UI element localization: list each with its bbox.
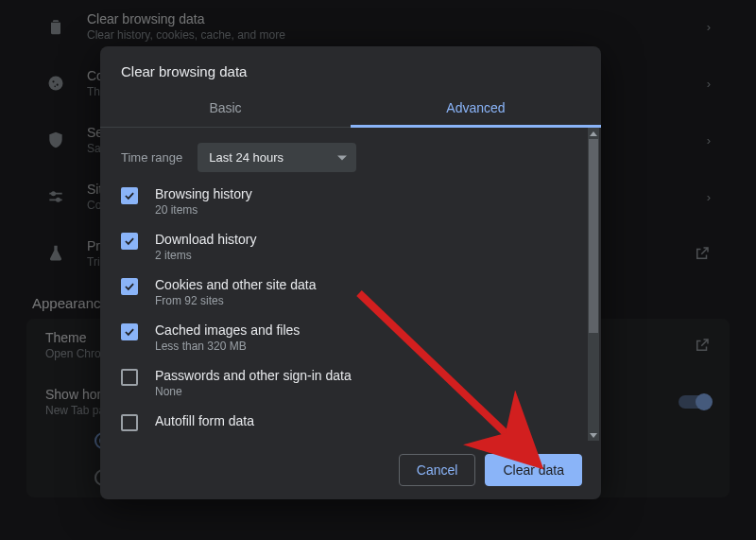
option-row[interactable]: Cookies and other site dataFrom 92 sites xyxy=(121,270,586,315)
checkbox[interactable] xyxy=(121,369,138,386)
option-row[interactable]: Passwords and other sign-in dataNone xyxy=(121,360,586,406)
option-label: Cookies and other site data xyxy=(155,277,316,292)
time-range-value: Last 24 hours xyxy=(209,150,284,165)
option-row[interactable]: Cached images and filesLess than 320 MB xyxy=(121,315,586,360)
option-sub: 2 items xyxy=(155,249,256,262)
tab-basic[interactable]: Basic xyxy=(100,91,351,128)
checkbox[interactable] xyxy=(121,323,138,340)
option-row[interactable]: Browsing history20 items xyxy=(121,179,586,224)
scroll-up-icon[interactable] xyxy=(588,128,599,139)
options-scroll: Browsing history20 itemsDownload history… xyxy=(121,179,586,441)
option-label: Autofill form data xyxy=(155,413,254,428)
chevron-down-icon xyxy=(337,155,347,160)
dialog-footer: Cancel Clear data xyxy=(100,441,601,499)
option-sub: None xyxy=(155,385,352,398)
time-range-label: Time range xyxy=(121,150,182,165)
checkbox[interactable] xyxy=(121,233,138,250)
clear-data-button[interactable]: Clear data xyxy=(485,454,582,486)
clear-browsing-data-dialog: Clear browsing data Basic Advanced Time … xyxy=(100,46,601,499)
cancel-button[interactable]: Cancel xyxy=(399,454,476,486)
option-row[interactable]: Autofill form data xyxy=(121,406,586,439)
dialog-tabs: Basic Advanced xyxy=(100,91,601,128)
option-label: Download history xyxy=(155,232,256,247)
scrollbar-thumb[interactable] xyxy=(589,139,598,333)
scrollbar[interactable] xyxy=(588,128,599,441)
option-sub: Less than 320 MB xyxy=(155,340,300,353)
option-sub: From 92 sites xyxy=(155,294,316,307)
option-row[interactable]: Download history2 items xyxy=(121,224,586,270)
tab-advanced[interactable]: Advanced xyxy=(351,91,601,128)
checkbox[interactable] xyxy=(121,187,138,204)
scroll-down-icon[interactable] xyxy=(588,429,599,441)
option-label: Browsing history xyxy=(155,186,252,201)
option-sub: 20 items xyxy=(155,203,252,217)
dialog-body: Time range Last 24 hours Browsing histor… xyxy=(100,128,601,441)
dialog-title: Clear browsing data xyxy=(100,46,601,91)
time-range-select[interactable]: Last 24 hours xyxy=(198,143,356,172)
option-label: Cached images and files xyxy=(155,322,300,338)
option-label: Passwords and other sign-in data xyxy=(155,368,352,383)
checkbox[interactable] xyxy=(121,278,138,295)
checkbox[interactable] xyxy=(121,414,138,431)
